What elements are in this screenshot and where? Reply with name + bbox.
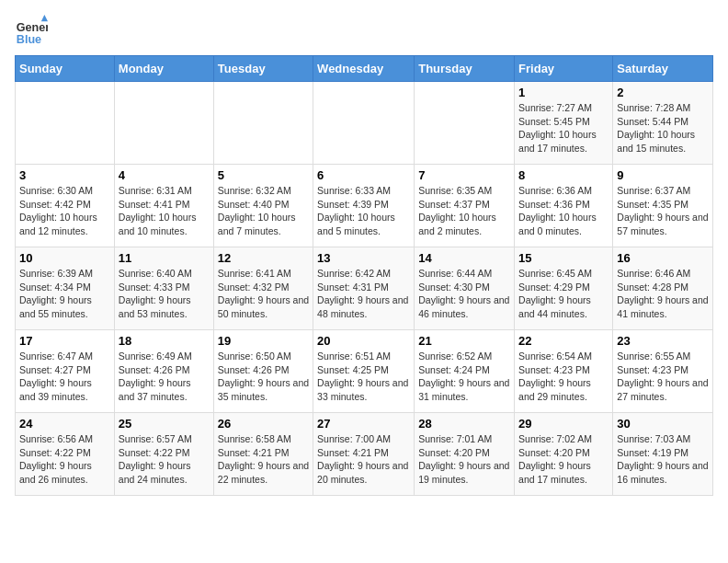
calendar-cell: 1Sunrise: 7:27 AM Sunset: 5:45 PM Daylig… — [515, 82, 613, 165]
svg-marker-2 — [41, 15, 48, 21]
day-number: 10 — [19, 251, 110, 265]
svg-text:Blue: Blue — [17, 33, 41, 46]
day-number: 3 — [19, 168, 110, 182]
calendar-cell: 10Sunrise: 6:39 AM Sunset: 4:34 PM Dayli… — [16, 247, 115, 330]
day-info: Sunrise: 7:27 AM Sunset: 5:45 PM Dayligh… — [518, 101, 609, 155]
day-info: Sunrise: 6:55 AM Sunset: 4:23 PM Dayligh… — [617, 350, 709, 404]
day-number: 26 — [218, 417, 309, 431]
day-info: Sunrise: 6:45 AM Sunset: 4:29 PM Dayligh… — [518, 267, 609, 321]
day-info: Sunrise: 6:54 AM Sunset: 4:23 PM Dayligh… — [518, 350, 609, 404]
day-info: Sunrise: 7:02 AM Sunset: 4:20 PM Dayligh… — [518, 432, 609, 487]
calendar-cell: 27Sunrise: 7:00 AM Sunset: 4:21 PM Dayli… — [313, 413, 415, 496]
calendar-cell: 13Sunrise: 6:42 AM Sunset: 4:31 PM Dayli… — [313, 247, 415, 330]
calendar-cell: 21Sunrise: 6:52 AM Sunset: 4:24 PM Dayli… — [415, 330, 515, 413]
calendar-cell — [213, 82, 313, 165]
day-number: 24 — [19, 417, 110, 431]
day-number: 18 — [119, 334, 210, 348]
day-number: 21 — [418, 334, 510, 348]
calendar-cell: 19Sunrise: 6:50 AM Sunset: 4:26 PM Dayli… — [213, 330, 313, 413]
day-info: Sunrise: 7:03 AM Sunset: 4:19 PM Dayligh… — [617, 432, 709, 487]
header-day-sunday: Sunday — [16, 56, 115, 82]
calendar-cell: 29Sunrise: 7:02 AM Sunset: 4:20 PM Dayli… — [515, 413, 613, 496]
day-number: 23 — [617, 334, 709, 348]
calendar-cell: 9Sunrise: 6:37 AM Sunset: 4:35 PM Daylig… — [613, 165, 713, 247]
day-info: Sunrise: 6:37 AM Sunset: 4:35 PM Dayligh… — [617, 184, 709, 238]
header-day-friday: Friday — [515, 56, 613, 82]
day-number: 6 — [317, 168, 410, 182]
week-row-5: 24Sunrise: 6:56 AM Sunset: 4:22 PM Dayli… — [16, 413, 713, 496]
calendar-cell — [415, 82, 515, 165]
day-number: 4 — [119, 168, 210, 182]
day-info: Sunrise: 6:41 AM Sunset: 4:32 PM Dayligh… — [218, 267, 309, 321]
calendar-cell: 12Sunrise: 6:41 AM Sunset: 4:32 PM Dayli… — [213, 247, 313, 330]
day-info: Sunrise: 6:33 AM Sunset: 4:39 PM Dayligh… — [317, 184, 410, 238]
logo: General Blue — [15, 15, 51, 48]
day-info: Sunrise: 6:58 AM Sunset: 4:21 PM Dayligh… — [218, 432, 309, 487]
calendar-cell: 16Sunrise: 6:46 AM Sunset: 4:28 PM Dayli… — [613, 247, 713, 330]
day-number: 13 — [317, 251, 410, 265]
day-number: 22 — [518, 334, 609, 348]
calendar-cell: 15Sunrise: 6:45 AM Sunset: 4:29 PM Dayli… — [515, 247, 613, 330]
calendar-cell: 18Sunrise: 6:49 AM Sunset: 4:26 PM Dayli… — [114, 330, 213, 413]
week-row-1: 1Sunrise: 7:27 AM Sunset: 5:45 PM Daylig… — [16, 82, 713, 165]
day-number: 5 — [218, 168, 309, 182]
calendar-cell: 23Sunrise: 6:55 AM Sunset: 4:23 PM Dayli… — [613, 330, 713, 413]
day-number: 9 — [617, 168, 709, 182]
calendar-cell: 20Sunrise: 6:51 AM Sunset: 4:25 PM Dayli… — [313, 330, 415, 413]
calendar-cell: 11Sunrise: 6:40 AM Sunset: 4:33 PM Dayli… — [114, 247, 213, 330]
day-info: Sunrise: 6:44 AM Sunset: 4:30 PM Dayligh… — [418, 267, 510, 321]
calendar-cell: 17Sunrise: 6:47 AM Sunset: 4:27 PM Dayli… — [16, 330, 115, 413]
day-info: Sunrise: 6:31 AM Sunset: 4:41 PM Dayligh… — [119, 184, 210, 238]
day-info: Sunrise: 7:00 AM Sunset: 4:21 PM Dayligh… — [317, 432, 410, 487]
day-number: 16 — [617, 251, 709, 265]
day-number: 30 — [617, 417, 709, 431]
calendar-cell — [313, 82, 415, 165]
day-info: Sunrise: 6:49 AM Sunset: 4:26 PM Dayligh… — [119, 350, 210, 404]
calendar-cell — [114, 82, 213, 165]
day-number: 28 — [418, 417, 510, 431]
day-number: 29 — [518, 417, 609, 431]
day-info: Sunrise: 6:35 AM Sunset: 4:37 PM Dayligh… — [418, 184, 510, 238]
calendar-cell: 25Sunrise: 6:57 AM Sunset: 4:22 PM Dayli… — [114, 413, 213, 496]
calendar-cell: 7Sunrise: 6:35 AM Sunset: 4:37 PM Daylig… — [415, 165, 515, 247]
calendar-cell: 14Sunrise: 6:44 AM Sunset: 4:30 PM Dayli… — [415, 247, 515, 330]
header-day-wednesday: Wednesday — [313, 56, 415, 82]
calendar-cell: 5Sunrise: 6:32 AM Sunset: 4:40 PM Daylig… — [213, 165, 313, 247]
calendar-cell: 8Sunrise: 6:36 AM Sunset: 4:36 PM Daylig… — [515, 165, 613, 247]
day-info: Sunrise: 7:01 AM Sunset: 4:20 PM Dayligh… — [418, 432, 510, 487]
calendar-cell: 28Sunrise: 7:01 AM Sunset: 4:20 PM Dayli… — [415, 413, 515, 496]
day-number: 1 — [518, 86, 609, 99]
calendar-header-row: SundayMondayTuesdayWednesdayThursdayFrid… — [16, 56, 713, 82]
calendar-cell: 24Sunrise: 6:56 AM Sunset: 4:22 PM Dayli… — [16, 413, 115, 496]
day-number: 19 — [218, 334, 309, 348]
calendar-cell: 22Sunrise: 6:54 AM Sunset: 4:23 PM Dayli… — [515, 330, 613, 413]
day-info: Sunrise: 6:32 AM Sunset: 4:40 PM Dayligh… — [218, 184, 309, 238]
day-info: Sunrise: 6:50 AM Sunset: 4:26 PM Dayligh… — [218, 350, 309, 404]
calendar-table: SundayMondayTuesdayWednesdayThursdayFrid… — [15, 55, 713, 496]
day-info: Sunrise: 6:51 AM Sunset: 4:25 PM Dayligh… — [317, 350, 410, 404]
day-info: Sunrise: 6:46 AM Sunset: 4:28 PM Dayligh… — [617, 267, 709, 321]
header-day-tuesday: Tuesday — [213, 56, 313, 82]
day-info: Sunrise: 6:52 AM Sunset: 4:24 PM Dayligh… — [418, 350, 510, 404]
day-info: Sunrise: 6:30 AM Sunset: 4:42 PM Dayligh… — [19, 184, 110, 238]
week-row-3: 10Sunrise: 6:39 AM Sunset: 4:34 PM Dayli… — [16, 247, 713, 330]
calendar-cell: 6Sunrise: 6:33 AM Sunset: 4:39 PM Daylig… — [313, 165, 415, 247]
header-day-saturday: Saturday — [613, 56, 713, 82]
header: General Blue — [15, 15, 713, 48]
day-number: 11 — [119, 251, 210, 265]
day-info: Sunrise: 6:39 AM Sunset: 4:34 PM Dayligh… — [19, 267, 110, 321]
calendar-cell: 4Sunrise: 6:31 AM Sunset: 4:41 PM Daylig… — [114, 165, 213, 247]
day-info: Sunrise: 6:42 AM Sunset: 4:31 PM Dayligh… — [317, 267, 410, 321]
day-number: 8 — [518, 168, 609, 182]
day-number: 25 — [119, 417, 210, 431]
header-day-thursday: Thursday — [415, 56, 515, 82]
day-number: 7 — [418, 168, 510, 182]
day-number: 20 — [317, 334, 410, 348]
day-number: 17 — [19, 334, 110, 348]
day-info: Sunrise: 7:28 AM Sunset: 5:44 PM Dayligh… — [617, 101, 709, 155]
calendar-cell: 26Sunrise: 6:58 AM Sunset: 4:21 PM Dayli… — [213, 413, 313, 496]
day-number: 2 — [617, 86, 709, 99]
day-info: Sunrise: 6:47 AM Sunset: 4:27 PM Dayligh… — [19, 350, 110, 404]
week-row-2: 3Sunrise: 6:30 AM Sunset: 4:42 PM Daylig… — [16, 165, 713, 247]
day-info: Sunrise: 6:57 AM Sunset: 4:22 PM Dayligh… — [119, 432, 210, 487]
